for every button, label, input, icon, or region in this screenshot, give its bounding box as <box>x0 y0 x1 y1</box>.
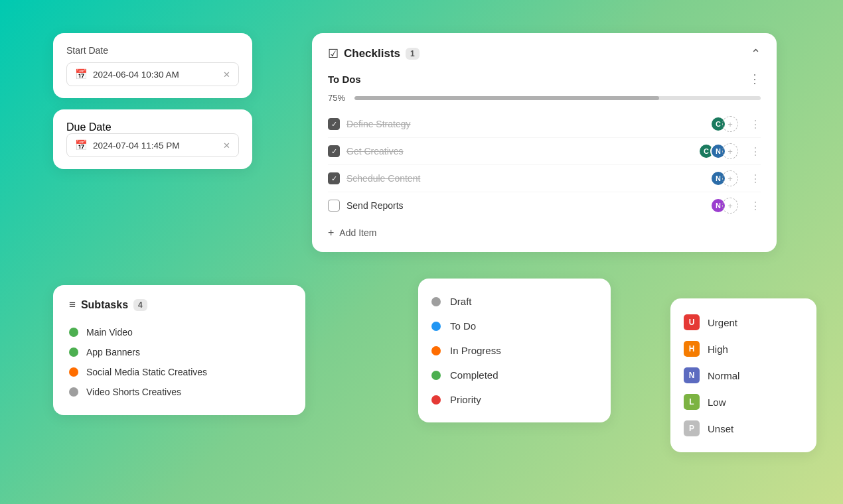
checklist-item: Define StrategyC+⋮ <box>328 111 761 138</box>
progress-row: 75% <box>328 93 761 103</box>
status-dropdown-card: DraftTo DoIn ProgressCompletedPriority <box>418 279 611 422</box>
subtask-item: Main Video <box>69 322 289 342</box>
item-avatars: C+ <box>710 116 738 132</box>
checklist-items: Define StrategyC+⋮Get CreativesCN+⋮Sched… <box>328 111 761 219</box>
item-menu[interactable]: ⋮ <box>750 172 761 185</box>
item-menu[interactable]: ⋮ <box>750 145 761 158</box>
priority-item[interactable]: HHigh <box>684 336 803 362</box>
priority-badge: H <box>684 341 700 357</box>
item-checkbox[interactable] <box>328 118 340 130</box>
item-avatars: N+ <box>710 198 738 214</box>
priority-item[interactable]: UUrgent <box>684 309 803 336</box>
item-avatars: CN+ <box>698 143 738 159</box>
subtask-items: Main VideoApp BannersSocial Media Static… <box>69 322 289 402</box>
due-date-value: 2024-07-04 11:45 PM <box>93 141 218 151</box>
status-dot <box>69 328 78 337</box>
item-checkbox[interactable] <box>328 172 340 184</box>
status-label: In Progress <box>450 345 501 356</box>
avatar-add-button[interactable]: + <box>722 143 738 159</box>
status-item[interactable]: Draft <box>431 289 597 314</box>
start-date-clear[interactable]: ✕ <box>223 70 230 80</box>
start-date-value: 2024-06-04 10:30 AM <box>93 70 218 80</box>
checklist-icon: ☑ <box>328 46 339 61</box>
todos-title: To Dos <box>328 74 361 85</box>
add-item-row[interactable]: + Add Item <box>328 227 761 239</box>
checklists-collapse[interactable]: ⌃ <box>751 46 761 61</box>
item-menu[interactable]: ⋮ <box>750 118 761 131</box>
avatar-add-button[interactable]: + <box>722 198 738 214</box>
item-text: Define Strategy <box>346 119 704 129</box>
status-item[interactable]: Priority <box>431 387 597 412</box>
status-label: Draft <box>450 296 472 307</box>
status-color-dot <box>431 395 441 405</box>
subtasks-card: ≡ Subtasks 4 Main VideoApp BannersSocial… <box>53 285 305 415</box>
status-item[interactable]: Completed <box>431 363 597 387</box>
status-color-dot <box>431 346 441 355</box>
progress-percent: 75% <box>328 93 348 103</box>
add-item-label: Add Item <box>339 227 376 238</box>
checklists-badge: 1 <box>406 48 420 60</box>
subtask-label: Social Media Static Creatives <box>86 367 207 377</box>
subtask-item: App Banners <box>69 342 289 362</box>
subtask-item: Social Media Static Creatives <box>69 362 289 382</box>
priority-label: Low <box>708 397 726 408</box>
checklist-item: Get CreativesCN+⋮ <box>328 138 761 165</box>
item-checkbox[interactable] <box>328 145 340 157</box>
priority-label: Unset <box>708 423 733 434</box>
status-dot <box>69 367 78 377</box>
start-date-card: Start Date 📅 2024-06-04 10:30 AM ✕ <box>53 33 252 98</box>
priority-item[interactable]: NNormal <box>684 362 803 389</box>
checklists-card: ☑ Checklists 1 ⌃ To Dos ⋮ 75% Define Str… <box>312 33 777 252</box>
due-date-input[interactable]: 📅 2024-07-04 11:45 PM ✕ <box>66 133 239 157</box>
priority-item[interactable]: PUnset <box>684 415 803 442</box>
status-color-dot <box>431 322 441 331</box>
item-text: Schedule Content <box>346 173 704 184</box>
subtasks-icon: ≡ <box>69 298 76 312</box>
priority-label: Urgent <box>708 317 737 328</box>
priority-badge: P <box>684 420 700 436</box>
calendar-icon: 📅 <box>75 68 88 80</box>
start-date-label: Start Date <box>66 45 239 56</box>
due-date-clear[interactable]: ✕ <box>223 141 230 151</box>
priority-badge: L <box>684 394 700 410</box>
progress-bar-bg <box>354 96 761 100</box>
subtasks-badge: 4 <box>133 299 147 311</box>
subtask-label: Main Video <box>86 327 133 338</box>
due-date-card: Due Date 📅 2024-07-04 11:45 PM ✕ <box>53 109 252 169</box>
checklists-title: Checklists <box>344 47 400 60</box>
todos-menu[interactable]: ⋮ <box>749 72 761 86</box>
status-item[interactable]: In Progress <box>431 338 597 363</box>
calendar-icon: 📅 <box>75 139 88 151</box>
checklists-title-row: ☑ Checklists 1 <box>328 46 420 61</box>
item-text: Send Reports <box>346 200 704 211</box>
checklist-item: Schedule ContentN+⋮ <box>328 165 761 192</box>
priority-label: High <box>708 344 728 355</box>
checklist-item: Send ReportsN+⋮ <box>328 192 761 219</box>
item-checkbox[interactable] <box>328 200 340 212</box>
priority-items: UUrgentHHighNNormalLLowPUnset <box>684 309 803 442</box>
status-items: DraftTo DoIn ProgressCompletedPriority <box>431 289 597 412</box>
status-label: Priority <box>450 394 481 405</box>
subtask-label: App Banners <box>86 347 140 357</box>
status-label: Completed <box>450 369 498 381</box>
priority-item[interactable]: LLow <box>684 389 803 415</box>
status-dot <box>69 347 78 357</box>
status-dot <box>69 387 78 397</box>
status-label: To Do <box>450 320 476 332</box>
due-date-label: Due Date <box>66 121 239 133</box>
priority-label: Normal <box>708 370 739 381</box>
priority-badge: U <box>684 314 700 330</box>
avatar-add-button[interactable]: + <box>722 116 738 132</box>
priority-badge: N <box>684 367 700 383</box>
status-color-dot <box>431 297 441 306</box>
progress-bar-fill <box>354 96 659 100</box>
add-item-icon: + <box>328 227 334 239</box>
item-menu[interactable]: ⋮ <box>750 200 761 212</box>
subtasks-header: ≡ Subtasks 4 <box>69 298 289 312</box>
avatar-add-button[interactable]: + <box>722 170 738 186</box>
status-item[interactable]: To Do <box>431 314 597 338</box>
start-date-input[interactable]: 📅 2024-06-04 10:30 AM ✕ <box>66 62 239 86</box>
status-color-dot <box>431 371 441 380</box>
priority-card: UUrgentHHighNNormalLLowPUnset <box>670 298 816 452</box>
subtask-item: Video Shorts Creatives <box>69 382 289 402</box>
